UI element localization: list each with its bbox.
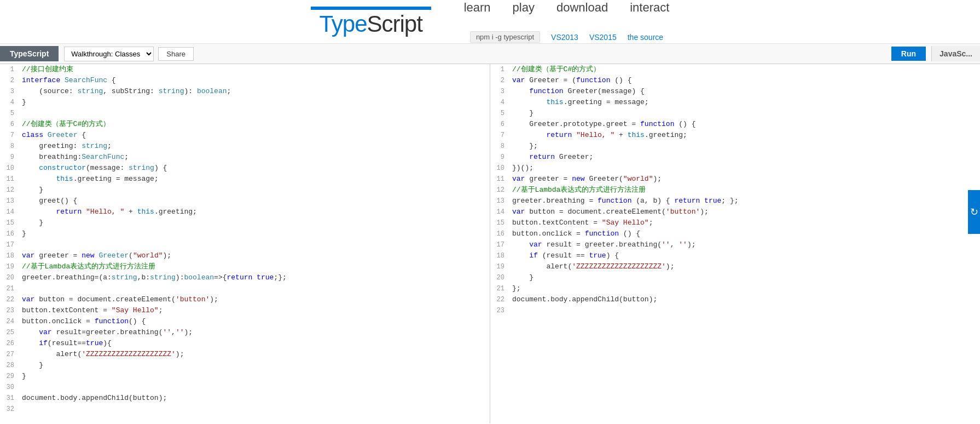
table-row: 4} [0, 97, 490, 108]
line-number: 7 [0, 130, 20, 141]
line-code: button.onclick = function () { [510, 228, 640, 239]
nav-play[interactable]: play [513, 1, 535, 15]
table-row: 3 (source: string, subString: string): b… [0, 86, 490, 97]
right-edge-icon[interactable]: ↻ [968, 190, 980, 234]
line-number: 24 [0, 316, 20, 327]
table-row: 32 [0, 404, 490, 415]
table-row: 5 } [490, 108, 980, 119]
typescript-tab[interactable]: TypeScript [0, 46, 59, 61]
line-code: } [20, 371, 26, 382]
line-number: 26 [0, 338, 20, 349]
table-row: 17 [0, 239, 490, 250]
line-code: class Greeter { [20, 130, 86, 141]
line-number: 4 [0, 97, 20, 108]
table-row: 18 if (result == true) { [490, 250, 980, 261]
line-number: 13 [490, 196, 510, 207]
line-code: greeting: string; [20, 141, 112, 152]
npm-badge: npm i -g typescript [470, 31, 540, 43]
line-number: 11 [490, 174, 510, 185]
line-number: 11 [0, 174, 20, 185]
table-row: 21 [0, 283, 490, 294]
line-number: 9 [490, 152, 510, 163]
table-row: 7class Greeter { [0, 130, 490, 141]
line-code: return "Hello, " + this.greeting; [20, 207, 197, 217]
line-code: breathing:SearchFunc; [20, 152, 129, 163]
table-row: 28 } [0, 360, 490, 371]
ts-code-lines: 1//接口创建约束2interface SearchFunc {3 (sourc… [0, 64, 490, 415]
line-number: 8 [0, 141, 20, 152]
javascript-tab[interactable]: JavaSc... [931, 46, 980, 61]
line-code: this.greeting = message; [20, 174, 159, 185]
line-number: 19 [490, 261, 510, 272]
table-row: 21}; [490, 283, 980, 294]
header: TypeScript learn play download interact … [0, 0, 980, 44]
line-number: 17 [490, 239, 510, 250]
javascript-pane[interactable]: 1//创建类（基于C#的方式）2var Greeter = (function … [490, 64, 980, 423]
nav-top: learn play download interact [464, 1, 670, 15]
table-row: 12 } [0, 185, 490, 196]
vs2013-link[interactable]: VS2013 [551, 33, 578, 42]
table-row: 3 function Greeter(message) { [490, 86, 980, 97]
table-row: 17 var result = greeter.breathing('', ''… [490, 239, 980, 250]
line-number: 12 [0, 185, 20, 196]
line-number: 6 [490, 119, 510, 130]
walkthrough-select[interactable]: Walkthrough: Classes [64, 47, 154, 61]
table-row: 10 constructor(message: string) { [0, 163, 490, 174]
line-code: if(result==true){ [20, 338, 112, 349]
line-code: })(); [510, 163, 534, 174]
table-row: 23 [490, 305, 980, 316]
line-number: 25 [0, 327, 20, 338]
line-number: 9 [0, 152, 20, 163]
table-row: 29} [0, 371, 490, 382]
line-code: } [510, 108, 534, 119]
table-row: 7 return "Hello, " + this.greeting; [490, 130, 980, 141]
line-number: 18 [490, 250, 510, 261]
table-row: 1//接口创建约束 [0, 64, 490, 75]
line-code: if (result == true) { [510, 250, 619, 261]
table-row: 20 } [490, 272, 980, 283]
table-row: 30 [0, 382, 490, 393]
line-number: 13 [0, 196, 20, 207]
nav-download[interactable]: download [556, 1, 608, 15]
line-number: 5 [0, 108, 20, 119]
line-code: return Greeter; [510, 152, 593, 163]
run-button[interactable]: Run [891, 47, 926, 61]
line-code: }; [510, 283, 521, 294]
typescript-pane[interactable]: 1//接口创建约束2interface SearchFunc {3 (sourc… [0, 64, 490, 423]
line-code: var Greeter = (function () { [510, 75, 631, 86]
line-number: 10 [0, 163, 20, 174]
nav-interact[interactable]: interact [630, 1, 669, 15]
line-number: 7 [490, 130, 510, 141]
table-row: 2interface SearchFunc { [0, 75, 490, 86]
line-number: 16 [0, 228, 20, 239]
line-number: 30 [0, 382, 20, 393]
line-code: } [510, 272, 534, 283]
line-number: 21 [490, 283, 510, 294]
line-code: function Greeter(message) { [510, 86, 645, 97]
line-code: var result = greeter.breathing('', ''); [510, 239, 696, 250]
line-number: 15 [490, 217, 510, 228]
nav-learn[interactable]: learn [464, 1, 491, 15]
table-row: 20greeter.breathing=(a:string,b:string):… [0, 272, 490, 283]
line-code: }; [510, 141, 538, 152]
table-row: 19//基于Lambda表达式的方式进行方法注册 [0, 261, 490, 272]
line-code: greet() { [20, 196, 77, 207]
table-row: 31document.body.appendChild(button); [0, 393, 490, 404]
line-number: 20 [0, 272, 20, 283]
line-code: button.textContent = "Say Hello"; [20, 305, 163, 316]
line-number: 12 [490, 185, 510, 196]
line-number: 6 [0, 119, 20, 130]
table-row: 22var button = document.createElement('b… [0, 294, 490, 305]
share-button[interactable]: Share [158, 47, 194, 61]
table-row: 26 if(result==true){ [0, 338, 490, 349]
table-row: 8 greeting: string; [0, 141, 490, 152]
line-code: greeter.breathing=(a:string,b:string):bo… [20, 272, 287, 283]
toolbar: TypeScript Walkthrough: Classes Share Ru… [0, 44, 980, 64]
vs2015-link[interactable]: VS2015 [589, 33, 617, 42]
line-number: 17 [0, 239, 20, 250]
source-link[interactable]: the source [628, 33, 663, 42]
table-row: 1//创建类（基于C#的方式） [490, 64, 980, 75]
table-row: 24button.onclick = function() { [0, 316, 490, 327]
table-row: 5 [0, 108, 490, 119]
line-number: 4 [490, 97, 510, 108]
